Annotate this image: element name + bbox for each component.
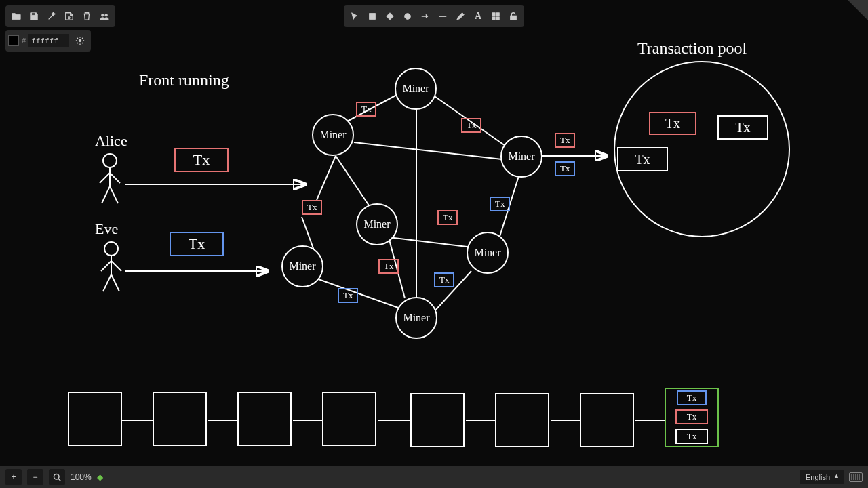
eve-label: Eve	[95, 220, 118, 238]
svg-point-1	[105, 14, 108, 17]
miner-node-6[interactable]: Miner	[281, 245, 323, 287]
zoom-level: 100%	[71, 472, 92, 482]
circle-tool[interactable]	[399, 8, 416, 24]
save-button[interactable]	[26, 8, 42, 24]
svg-rect-6	[496, 13, 499, 16]
svg-point-44	[54, 474, 60, 480]
net-tx-5[interactable]: Tx	[302, 200, 322, 215]
pool-title: Transaction pool	[637, 39, 747, 58]
alice-label: Alice	[95, 132, 127, 150]
color-hex-input[interactable]	[28, 34, 69, 47]
net-tx-3[interactable]: Tx	[555, 133, 575, 148]
text-tool[interactable]: A	[470, 8, 486, 24]
net-tx-7[interactable]: Tx	[437, 210, 458, 225]
rect-tool[interactable]	[364, 8, 380, 24]
delete-button[interactable]	[79, 8, 95, 24]
svg-point-0	[102, 14, 104, 17]
diagram-title: Front running	[139, 71, 229, 89]
zoom-in-button[interactable]: +	[5, 469, 22, 485]
toolbar-color: #	[5, 30, 91, 52]
grid-tool[interactable]	[488, 8, 504, 24]
pool-tx-3[interactable]: Tx	[617, 147, 668, 171]
net-tx-1[interactable]: Tx	[356, 102, 376, 117]
color-settings-button[interactable]	[72, 33, 88, 49]
color-swatch[interactable]	[8, 35, 19, 46]
eve-figure	[98, 241, 125, 295]
svg-point-4	[405, 14, 411, 20]
svg-line-41	[111, 261, 121, 271]
alice-figure	[96, 152, 123, 207]
block-tx-2: Tx	[675, 409, 708, 424]
net-tx-8[interactable]: Tx	[378, 259, 399, 274]
export-button[interactable]	[61, 8, 77, 24]
diamond-tool[interactable]	[382, 8, 398, 24]
keyboard-icon[interactable]	[849, 472, 863, 482]
miner-node-2[interactable]: Miner	[312, 114, 354, 156]
zoom-fit-button[interactable]	[49, 469, 65, 485]
alice-tx[interactable]: Tx	[174, 148, 229, 172]
net-tx-4[interactable]: Tx	[555, 161, 575, 176]
lock-tool[interactable]	[505, 8, 521, 24]
pool-tx-1[interactable]: Tx	[649, 112, 696, 135]
toolbar-tools: A	[344, 5, 524, 27]
svg-rect-9	[511, 16, 517, 20]
svg-line-34	[100, 173, 110, 183]
wizard-button[interactable]	[43, 8, 60, 24]
block-5[interactable]	[410, 393, 465, 447]
block-1[interactable]	[68, 392, 122, 446]
select-tool[interactable]	[347, 8, 363, 24]
svg-rect-5	[492, 13, 495, 16]
language-label: English	[806, 473, 830, 481]
svg-rect-8	[496, 17, 499, 20]
language-select[interactable]: English ▲	[800, 470, 844, 484]
block-3[interactable]	[237, 392, 292, 446]
svg-line-36	[102, 186, 110, 203]
svg-line-15	[317, 156, 336, 200]
share-button[interactable]	[96, 8, 113, 24]
svg-point-38	[104, 242, 118, 256]
block-7[interactable]	[580, 393, 634, 447]
svg-line-45	[58, 479, 60, 481]
eve-tx[interactable]: Tx	[170, 232, 224, 256]
toolbar-file	[5, 5, 115, 27]
miner-node-5[interactable]: Miner	[467, 232, 509, 274]
block-2[interactable]	[153, 392, 207, 446]
svg-line-37	[110, 186, 118, 203]
miner-node-3[interactable]: Miner	[500, 136, 542, 178]
net-tx-6[interactable]: Tx	[490, 197, 510, 211]
pool-tx-2[interactable]: Tx	[717, 115, 768, 140]
net-tx-9[interactable]: Tx	[434, 272, 454, 287]
open-button[interactable]	[8, 8, 24, 24]
svg-point-2	[79, 39, 81, 42]
block-6[interactable]	[495, 393, 549, 447]
svg-rect-7	[492, 17, 495, 20]
svg-rect-3	[370, 14, 376, 20]
line-tool[interactable]	[435, 8, 451, 24]
block-tx-1: Tx	[677, 390, 707, 405]
miner-node-4[interactable]: Miner	[356, 203, 398, 245]
svg-line-18	[317, 279, 400, 308]
net-tx-2[interactable]: Tx	[461, 118, 481, 133]
hash-label: #	[22, 37, 26, 45]
svg-line-40	[101, 261, 111, 271]
block-4[interactable]	[322, 392, 376, 446]
page-corner-fold	[848, 0, 868, 20]
block-tx-3: Tx	[675, 429, 708, 444]
svg-line-35	[110, 173, 120, 183]
svg-line-19	[389, 237, 473, 247]
arrow-tool[interactable]	[417, 8, 433, 24]
status-bar: + − 100% ◆ English ▲	[0, 466, 868, 488]
svg-point-32	[103, 154, 117, 167]
net-tx-10[interactable]: Tx	[338, 288, 358, 303]
shield-icon: ◆	[97, 472, 103, 482]
pen-tool[interactable]	[452, 8, 469, 24]
miner-node-1[interactable]: Miner	[395, 68, 437, 110]
zoom-out-button[interactable]: −	[27, 469, 43, 485]
svg-line-42	[103, 274, 111, 291]
miner-node-7[interactable]: Miner	[395, 297, 437, 339]
svg-line-43	[111, 274, 119, 291]
svg-line-23	[354, 142, 502, 159]
